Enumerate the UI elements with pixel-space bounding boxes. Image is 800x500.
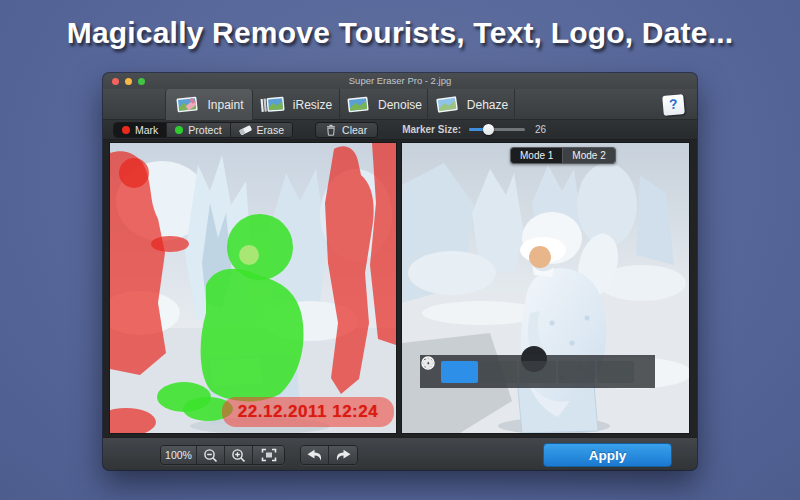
- diagonal-left-mode-button[interactable]: [558, 361, 595, 383]
- protect-button[interactable]: Protect: [167, 123, 230, 137]
- mode-switcher: Mode 1 Mode 2: [510, 147, 616, 164]
- iresize-icon: [260, 94, 286, 115]
- zoom-out-button[interactable]: [197, 446, 225, 464]
- apply-button[interactable]: Apply: [543, 443, 672, 467]
- window-title: Super Eraser Pro - 2.jpg: [103, 75, 697, 86]
- fit-screen-icon: [261, 448, 277, 462]
- tab-dehaze-label: Dehaze: [467, 98, 508, 112]
- marker-mode-group: Mark Protect Erase: [113, 122, 293, 138]
- zoom-out-icon: [203, 448, 218, 463]
- tab-denoise-label: Denoise: [378, 98, 422, 112]
- redo-button[interactable]: [329, 446, 357, 464]
- clear-button[interactable]: Clear: [315, 122, 378, 138]
- bottom-toolbar: 100%: [103, 437, 697, 470]
- help-icon: ?: [668, 96, 678, 113]
- marker-size-label: Marker Size:: [402, 124, 461, 135]
- slider-knob[interactable]: [483, 124, 494, 135]
- undo-icon: [306, 449, 323, 462]
- tab-denoise[interactable]: Denoise: [340, 89, 428, 120]
- diagonal-right-mode-button[interactable]: [597, 361, 634, 383]
- source-image-panel[interactable]: 22.12.2011 12:24: [110, 143, 396, 433]
- zoom-controls: 100%: [160, 445, 285, 465]
- app-window: Super Eraser Pro - 2.jpg Inpaint: [103, 73, 697, 470]
- help-button[interactable]: ?: [662, 94, 685, 116]
- protect-dot-icon: [175, 126, 183, 134]
- mark-dot-icon: [122, 126, 130, 134]
- zoom-in-button[interactable]: [225, 446, 253, 464]
- horizontal-mode-button[interactable]: [480, 361, 517, 383]
- apply-label: Apply: [589, 448, 627, 463]
- tab-iresize[interactable]: iResize: [253, 89, 340, 120]
- radial-mode-button[interactable]: [441, 361, 478, 383]
- vertical-mode-button[interactable]: [519, 361, 556, 383]
- date-stamp: 22.12.2011 12:24: [222, 397, 394, 427]
- zoom-in-icon: [231, 448, 246, 463]
- tab-dehaze[interactable]: Dehaze: [428, 89, 515, 120]
- content-area: 22.12.2011 12:24: [103, 140, 697, 437]
- protect-label: Protect: [188, 124, 221, 136]
- mode2-button[interactable]: Mode 2: [562, 148, 614, 163]
- dehaze-icon: [434, 94, 460, 115]
- source-image[interactable]: [110, 143, 396, 433]
- clear-label: Clear: [342, 124, 367, 136]
- fit-to-screen-button[interactable]: [253, 446, 284, 464]
- trash-icon: [326, 124, 336, 136]
- tab-inpaint-label: Inpaint: [207, 98, 243, 112]
- mark-label: Mark: [135, 124, 158, 136]
- history-controls: [300, 445, 358, 465]
- title-bar: Super Eraser Pro - 2.jpg: [103, 73, 697, 89]
- marker-size-value: 26: [535, 124, 546, 135]
- denoise-icon: [345, 94, 371, 115]
- marker-toolbar: Mark Protect Erase Clear Marker Si: [103, 120, 697, 140]
- result-image[interactable]: [402, 143, 689, 433]
- marker-size-slider[interactable]: [469, 124, 525, 135]
- tab-toolbar: Inpaint iResize: [103, 89, 697, 120]
- tab-iresize-label: iResize: [293, 98, 332, 112]
- mark-button[interactable]: Mark: [114, 123, 167, 137]
- date-stamp-text: 22.12.2011 12:24: [238, 402, 378, 422]
- undo-button[interactable]: [301, 446, 329, 464]
- redo-icon: [335, 449, 352, 462]
- inpaint-icon: [174, 94, 200, 115]
- tab-inpaint[interactable]: Inpaint: [165, 89, 253, 120]
- zoom-level-value: 100%: [165, 449, 192, 461]
- erase-label: Erase: [257, 124, 284, 136]
- mode1-button[interactable]: Mode 1: [511, 148, 562, 163]
- erase-button[interactable]: Erase: [231, 123, 292, 137]
- headline: Magically Remove Tourists, Text, Logo, D…: [0, 16, 800, 50]
- inpaint-direction-toolbar: [420, 355, 655, 388]
- result-image-panel[interactable]: Mode 1 Mode 2: [402, 143, 689, 433]
- eraser-icon: [239, 124, 252, 135]
- zoom-level-button[interactable]: 100%: [161, 446, 197, 464]
- diagonal-right-lines-icon: [420, 355, 436, 371]
